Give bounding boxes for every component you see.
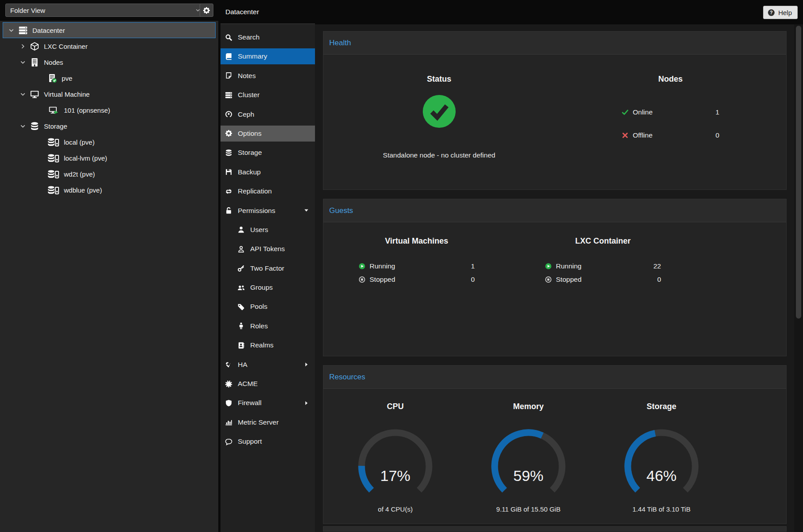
nav-item-storage[interactable]: Storage <box>220 145 315 161</box>
nav-item-ha[interactable]: HA <box>220 357 315 373</box>
search-icon <box>225 34 232 41</box>
health-panel-body: Status Standalone node - no cluster defi… <box>323 55 786 159</box>
monitor-play-icon <box>47 106 60 115</box>
nav-item-label: Cluster <box>238 91 260 99</box>
scrollbar-thumb[interactable] <box>796 26 801 319</box>
check-icon <box>622 109 629 116</box>
vertical-scrollbar[interactable] <box>794 24 803 532</box>
nav-item-label: Replication <box>238 187 272 195</box>
tree-item-local-pve[interactable]: local (pve) <box>3 134 216 150</box>
status-row-label: Running <box>370 262 395 270</box>
nav-item-users[interactable]: Users <box>220 222 315 238</box>
gauge-percent-value: 59% <box>484 467 573 485</box>
expander-chevron-down-icon[interactable] <box>19 122 27 130</box>
tree-item-local-lvm-pve[interactable]: local-lvm (pve) <box>3 150 216 166</box>
cluster-status-column: Status Standalone node - no cluster defi… <box>323 55 555 159</box>
tree-item-virtual-machine[interactable]: Virtual Machine <box>3 86 216 102</box>
tree-item-pve[interactable]: pve <box>3 70 216 86</box>
status-row-label-group: Stopped <box>545 276 582 284</box>
nav-item-notes[interactable]: Notes <box>220 68 315 84</box>
nav-item-api-tokens[interactable]: API Tokens <box>220 241 315 257</box>
tree-settings-button[interactable] <box>200 4 213 17</box>
nav-item-permissions[interactable]: Permissions <box>220 203 315 219</box>
tree-item-label: Storage <box>44 122 67 130</box>
gauge-detail-text: 9.11 GiB of 15.50 GiB <box>496 505 561 513</box>
guests-column-virtual-machines: Virtual MachinesRunning1Stopped0 <box>323 222 510 288</box>
tree-item-label: wdblue (pve) <box>64 186 102 194</box>
nav-item-ceph[interactable]: Ceph <box>220 106 315 122</box>
status-row-label-group: Online <box>622 108 653 116</box>
nav-item-options[interactable]: Options <box>220 126 315 142</box>
status-row-value: 0 <box>716 131 720 139</box>
status-row-stopped: Stopped0 <box>545 275 661 284</box>
unlock-icon <box>225 207 232 214</box>
nav-item-label: Search <box>238 33 260 41</box>
expander-chevron-down-icon[interactable] <box>8 27 15 34</box>
tag-icon <box>237 303 245 311</box>
nav-item-realms[interactable]: Realms <box>220 337 315 353</box>
guests-table: Running22Stopped0 <box>545 262 661 288</box>
nav-item-acme[interactable]: ACME <box>220 376 315 392</box>
tree-item-wdblue-pve[interactable]: wdblue (pve) <box>3 182 216 198</box>
gauge-arc <box>484 426 573 497</box>
status-row-label-group: Running <box>545 262 582 270</box>
comment-icon <box>225 438 232 445</box>
status-row-online: Online1 <box>622 107 719 117</box>
tree-item-storage[interactable]: Storage <box>3 118 216 134</box>
monitor-icon <box>29 90 40 99</box>
nav-item-roles[interactable]: Roles <box>220 318 315 334</box>
tree-item-label: pve <box>62 75 72 82</box>
nav-item-two-factor[interactable]: Two Factor <box>220 260 315 276</box>
view-mode-select[interactable]: Folder View <box>5 4 206 17</box>
nav-item-backup[interactable]: Backup <box>220 164 315 180</box>
expander-chevron-down-icon[interactable] <box>19 59 27 66</box>
svg-text:?: ? <box>770 10 772 15</box>
database-icon <box>225 149 232 157</box>
tree-item-lxc-container[interactable]: LXC Container <box>3 38 216 54</box>
health-panel: Health Status Standalone node - no clust… <box>323 31 787 190</box>
status-row-label-group: Stopped <box>358 276 395 284</box>
guests-table: Running1Stopped0 <box>358 262 475 288</box>
nav-item-label: Roles <box>250 322 268 330</box>
tree-item-label: wd2t (pve) <box>64 170 95 178</box>
nav-item-cluster[interactable]: Cluster <box>220 87 315 103</box>
expander-chevron-down-icon[interactable] <box>19 91 27 98</box>
nav-item-label: Storage <box>238 149 262 157</box>
resources-panel-body: CPU17%of 4 CPU(s)Memory59%9.11 GiB of 15… <box>323 389 786 513</box>
summary-view: Health Status Standalone node - no clust… <box>315 24 794 532</box>
tree-item-datacenter[interactable]: Datacenter <box>3 22 216 38</box>
nav-item-metric-server[interactable]: Metric Server <box>220 414 315 430</box>
nav-item-support[interactable]: Support <box>220 433 315 449</box>
expander-chevron-right-icon[interactable] <box>19 43 27 50</box>
nav-item-groups[interactable]: Groups <box>220 280 315 296</box>
address-book-icon <box>237 342 245 349</box>
status-row-offline: Offline0 <box>622 130 719 140</box>
next-panel-header-sliver <box>323 526 787 532</box>
help-button[interactable]: ? Help <box>763 6 798 19</box>
gauge-detail-text: of 4 CPU(s) <box>378 505 413 513</box>
nav-item-search[interactable]: Search <box>220 29 315 45</box>
nav-item-label: Users <box>250 226 268 234</box>
question-circle-icon: ? <box>768 9 775 16</box>
nav-item-label: ACME <box>238 380 258 388</box>
nav-item-label: Realms <box>250 341 274 349</box>
status-ok-icon <box>421 94 457 129</box>
resources-panel: Resources CPU17%of 4 CPU(s)Memory59%9.11… <box>323 365 787 524</box>
tree-item-101-opnsense[interactable]: 101 (opnsense) <box>3 102 216 118</box>
nav-item-summary[interactable]: Summary <box>220 48 315 64</box>
cross-icon <box>622 132 629 139</box>
nav-item-pools[interactable]: Pools <box>220 299 315 315</box>
tree-item-nodes[interactable]: Nodes <box>3 54 216 70</box>
play-circle-icon <box>545 263 552 270</box>
status-row-value: 0 <box>657 276 661 284</box>
nav-item-firewall[interactable]: Firewall <box>220 395 315 411</box>
status-row-label: Offline <box>633 131 653 139</box>
tree-item-wd2t-pve[interactable]: wd2t (pve) <box>3 166 216 182</box>
nav-item-replication[interactable]: Replication <box>220 183 315 199</box>
storage-usage-gauge: 46% <box>617 426 706 497</box>
note-icon <box>225 72 232 79</box>
floppy-icon <box>225 168 232 176</box>
gauge-arc <box>351 426 440 497</box>
nav-item-label: Pools <box>250 303 268 311</box>
users-icon <box>237 284 245 292</box>
